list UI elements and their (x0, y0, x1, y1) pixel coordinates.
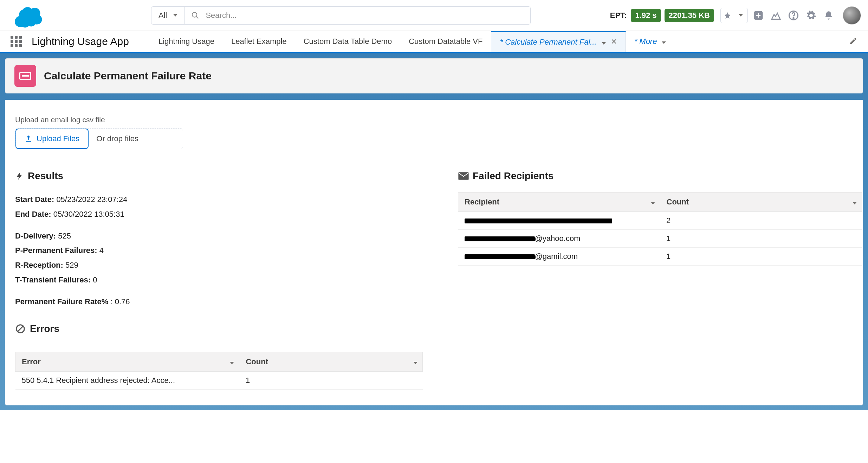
help-icon[interactable] (786, 8, 801, 22)
svg-line-1 (196, 16, 199, 18)
active-tab-label: * Calculate Permanent Fai... (500, 38, 596, 47)
bell-icon[interactable] (822, 8, 836, 22)
upload-button-label: Upload Files (37, 134, 79, 143)
page-title: Calculate Permanent Failure Rate (44, 70, 212, 82)
chevron-down-icon[interactable] (734, 8, 747, 23)
tab-custom-data-table-demo[interactable]: Custom Data Table Demo (295, 31, 401, 52)
ept-label: EPT: (610, 11, 627, 20)
chevron-down-icon[interactable] (651, 197, 655, 207)
salesforce-cloud-logo[interactable] (11, 3, 46, 28)
gear-icon[interactable] (804, 8, 818, 22)
svg-point-4 (793, 18, 794, 19)
recipient-cell (458, 212, 660, 230)
search-object-switcher[interactable]: All (151, 7, 185, 24)
avatar[interactable] (843, 6, 861, 25)
tab-custom-datatable-vf[interactable]: Custom Datatable VF (400, 31, 491, 52)
favorites-combo[interactable] (720, 8, 748, 23)
errors-col-error[interactable]: Error (15, 352, 239, 371)
page-header: Calculate Permanent Failure Rate (5, 58, 863, 93)
upload-label: Upload an email log csv file (15, 116, 853, 124)
close-icon[interactable] (611, 38, 617, 47)
app-launcher-icon[interactable] (11, 36, 22, 47)
table-row: @yahoo.com 1 (458, 230, 862, 248)
chevron-down-icon (173, 14, 177, 17)
ban-icon (15, 324, 26, 334)
tab-leaflet-example[interactable]: Leaflet Example (223, 31, 295, 52)
svg-point-0 (192, 12, 197, 17)
file-drop-zone[interactable]: Upload Files Or drop files (15, 128, 183, 149)
main-content: Upload an email log csv file Upload File… (5, 100, 863, 405)
table-row: @gamil.com 1 (458, 248, 862, 266)
recipients-table: Recipient Count 2 (458, 192, 862, 266)
tab-lightning-usage[interactable]: Lightning Usage (150, 31, 223, 52)
errors-col-count[interactable]: Count (239, 352, 423, 371)
tab-more[interactable]: * More (626, 31, 675, 52)
add-icon[interactable] (751, 8, 765, 22)
chevron-down-icon[interactable] (230, 357, 234, 366)
page-body: Calculate Permanent Failure Rate Upload … (0, 53, 868, 410)
trailhead-icon[interactable] (769, 8, 783, 22)
count-cell: 1 (660, 248, 862, 266)
global-header: All EPT: 1.92 s 2201.35 KB (0, 0, 868, 31)
lightning-icon (15, 171, 24, 181)
recipient-cell: @yahoo.com (458, 230, 660, 248)
table-row: 550 5.4.1 Recipient address rejected: Ac… (15, 371, 423, 389)
errors-heading: Errors (15, 323, 444, 334)
upload-icon (25, 135, 32, 143)
count-cell: 1 (660, 230, 862, 248)
failed-recipients-heading: Failed Recipients (458, 170, 862, 182)
svg-line-6 (18, 326, 23, 331)
count-cell: 1 (239, 371, 423, 389)
star-icon[interactable] (721, 8, 734, 23)
tab-calculate-permanent-failure[interactable]: * Calculate Permanent Fai... (491, 31, 626, 52)
global-search: All (151, 6, 531, 25)
redacted (465, 254, 535, 259)
page-icon (14, 65, 36, 87)
svg-rect-7 (458, 172, 468, 180)
recipients-col-recipient[interactable]: Recipient (458, 193, 660, 212)
recipients-col-count[interactable]: Count (660, 193, 862, 212)
more-label: * More (634, 37, 657, 46)
pencil-icon[interactable] (849, 37, 857, 46)
drop-text: Or drop files (89, 129, 146, 149)
count-cell: 2 (660, 212, 862, 230)
results-summary: Start Date: 05/23/2022 23:07:24 End Date… (15, 192, 444, 309)
results-heading: Results (15, 170, 444, 182)
errors-table: Error Count 550 5.4.1 Recipient address … (15, 352, 423, 390)
app-name: Lightning Usage App (32, 35, 129, 47)
search-object-label: All (158, 11, 167, 20)
table-row: 2 (458, 212, 862, 230)
search-input[interactable] (206, 11, 524, 20)
chevron-down-icon[interactable] (853, 197, 857, 207)
chevron-down-icon[interactable] (413, 357, 417, 366)
redacted (465, 219, 612, 223)
envelope-icon (458, 172, 469, 180)
error-cell: 550 5.4.1 Recipient address rejected: Ac… (15, 371, 239, 389)
chevron-down-icon[interactable] (662, 37, 666, 46)
app-nav-bar: Lightning Usage App Lightning Usage Leaf… (0, 31, 868, 53)
recipient-cell: @gamil.com (458, 248, 660, 266)
redacted (465, 236, 535, 241)
search-icon (191, 11, 199, 20)
chevron-down-icon[interactable] (602, 38, 606, 47)
ept-time-badge: 1.92 s (631, 9, 661, 22)
upload-files-button[interactable]: Upload Files (15, 129, 89, 149)
ept-size-badge: 2201.35 KB (665, 9, 714, 22)
